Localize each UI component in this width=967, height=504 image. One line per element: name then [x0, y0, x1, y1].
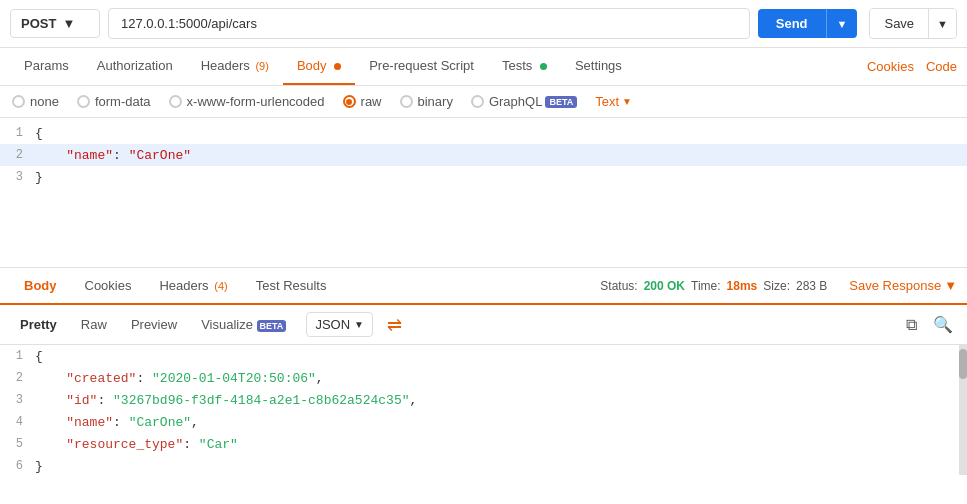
save-arrow-button[interactable]: ▼ — [928, 9, 956, 38]
tab-settings[interactable]: Settings — [561, 48, 636, 85]
tab-headers[interactable]: Headers (9) — [187, 48, 283, 85]
tab-prerequest[interactable]: Pre-request Script — [355, 48, 488, 85]
resp-line-5: 5 "resource_type": "Car" — [0, 437, 967, 459]
copy-response-button[interactable]: ⧉ — [902, 311, 921, 338]
status-value: 200 OK — [644, 279, 685, 293]
option-urlencoded[interactable]: x-www-form-urlencoded — [169, 94, 325, 109]
req-linenum-2: 2 — [0, 148, 35, 162]
url-input[interactable] — [108, 8, 750, 39]
save-response-button[interactable]: Save Response ▼ — [849, 278, 957, 293]
cookies-link[interactable]: Cookies — [867, 49, 914, 84]
radio-form-data — [77, 95, 90, 108]
top-bar: POST ▼ Send ▼ Save ▼ — [0, 0, 967, 48]
req-content-3: } — [35, 170, 967, 185]
req-content-2: "name": "CarOne" — [35, 148, 967, 163]
json-format-select[interactable]: JSON ▼ — [306, 312, 373, 337]
body-dot — [334, 63, 341, 70]
resp-line-4: 4 "name": "CarOne", — [0, 415, 967, 437]
json-format-caret: ▼ — [354, 319, 364, 330]
right-links: Cookies Code — [867, 49, 957, 84]
radio-graphql — [471, 95, 484, 108]
resp-actions: ⧉ 🔍 — [902, 311, 957, 338]
radio-binary — [400, 95, 413, 108]
req-content-1: { — [35, 126, 967, 141]
time-label: Time: — [691, 279, 721, 293]
resp-format-bar: Pretty Raw Preview Visualize BETA JSON ▼… — [0, 305, 967, 345]
req-line-3: 3 } — [0, 166, 967, 188]
tests-dot — [540, 63, 547, 70]
resp-line-2: 2 "created": "2020-01-04T20:50:06", — [0, 371, 967, 393]
text-format-dropdown[interactable]: Text ▼ — [595, 94, 632, 109]
fmt-tab-visualize[interactable]: Visualize BETA — [191, 312, 296, 337]
resp-tab-test-results[interactable]: Test Results — [242, 268, 341, 305]
resp-tab-cookies[interactable]: Cookies — [71, 268, 146, 305]
resp-line-3: 3 "id": "3267bd96-f3df-4184-a2e1-c8b62a5… — [0, 393, 967, 415]
status-label: Status: — [600, 279, 637, 293]
option-form-data[interactable]: form-data — [77, 94, 151, 109]
fmt-tab-pretty[interactable]: Pretty — [10, 312, 67, 337]
tab-params[interactable]: Params — [10, 48, 83, 85]
tab-authorization[interactable]: Authorization — [83, 48, 187, 85]
code-link[interactable]: Code — [926, 49, 957, 84]
fmt-tab-raw[interactable]: Raw — [71, 312, 117, 337]
response-tabs: Body Cookies Headers (4) Test Results St… — [0, 268, 967, 305]
req-linenum-1: 1 — [0, 126, 35, 140]
size-value: 283 B — [796, 279, 827, 293]
graphql-beta-badge: BETA — [545, 96, 577, 108]
size-label: Size: — [763, 279, 790, 293]
scrollbar[interactable] — [959, 345, 967, 475]
tab-body[interactable]: Body — [283, 48, 355, 85]
request-body-editor[interactable]: 1 { 2 "name": "CarOne" 3 } — [0, 118, 967, 268]
method-label: POST — [21, 16, 56, 31]
req-line-1: 1 { — [0, 122, 967, 144]
body-options-row: none form-data x-www-form-urlencoded raw… — [0, 86, 967, 118]
option-raw[interactable]: raw — [343, 94, 382, 109]
send-arrow-button[interactable]: ▼ — [826, 9, 858, 38]
resp-line-6: 6 } — [0, 459, 967, 475]
text-dropdown-caret: ▼ — [622, 96, 632, 107]
radio-raw — [343, 95, 356, 108]
response-body: 1 { 2 "created": "2020-01-04T20:50:06", … — [0, 345, 967, 475]
option-none[interactable]: none — [12, 94, 59, 109]
resp-tab-headers[interactable]: Headers (4) — [145, 268, 241, 305]
resp-tab-body[interactable]: Body — [10, 268, 71, 305]
req-line-2: 2 "name": "CarOne" — [0, 144, 967, 166]
send-button[interactable]: Send — [758, 9, 826, 38]
req-linenum-3: 3 — [0, 170, 35, 184]
option-graphql[interactable]: GraphQL BETA — [471, 94, 577, 109]
method-caret: ▼ — [62, 16, 75, 31]
save-button[interactable]: Save — [870, 9, 928, 38]
search-response-button[interactable]: 🔍 — [929, 311, 957, 338]
request-tabs: Params Authorization Headers (9) Body Pr… — [0, 48, 967, 86]
word-wrap-button[interactable]: ⇌ — [381, 312, 408, 338]
radio-urlencoded — [169, 95, 182, 108]
fmt-tab-preview[interactable]: Preview — [121, 312, 187, 337]
headers-badge: (9) — [255, 60, 268, 72]
method-select[interactable]: POST ▼ — [10, 9, 100, 38]
time-value: 18ms — [727, 279, 758, 293]
radio-none — [12, 95, 25, 108]
visualize-beta-badge: BETA — [257, 320, 287, 332]
resp-line-1: 1 { — [0, 349, 967, 371]
resp-meta: Status: 200 OK Time: 18ms Size: 283 B Sa… — [600, 278, 957, 293]
tab-tests[interactable]: Tests — [488, 48, 561, 85]
option-binary[interactable]: binary — [400, 94, 453, 109]
resp-headers-badge: (4) — [214, 280, 227, 292]
save-btn-group: Save ▼ — [869, 8, 957, 39]
scroll-thumb — [959, 349, 967, 379]
send-btn-group: Send ▼ — [758, 9, 858, 38]
